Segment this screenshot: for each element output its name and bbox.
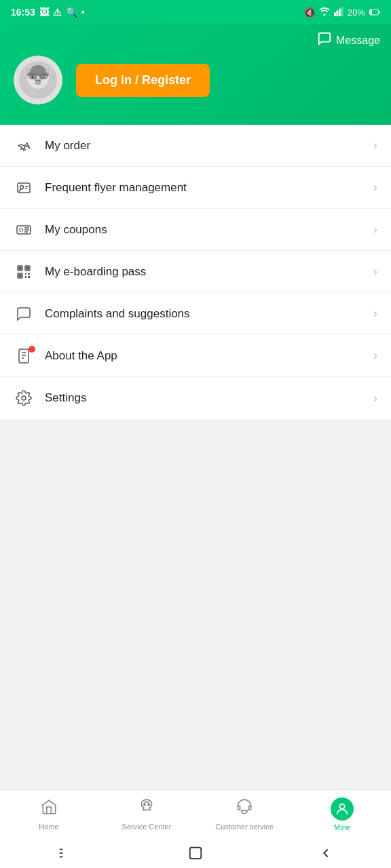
- message-label: Message: [336, 35, 380, 47]
- about-app-label: About the App: [45, 349, 373, 363]
- complaints-arrow: ›: [373, 307, 377, 321]
- svg-rect-37: [26, 267, 29, 269]
- status-mute-icon: 🔇: [304, 7, 315, 18]
- service-center-label: Service Center: [122, 823, 172, 831]
- svg-rect-1: [336, 10, 338, 16]
- chat-icon: [14, 304, 34, 324]
- complaints-label: Complaints and suggestions: [45, 307, 373, 321]
- svg-rect-39: [19, 349, 29, 363]
- login-register-button[interactable]: Log in / Register: [76, 64, 210, 97]
- boarding-pass-label: My e-boarding pass: [45, 265, 373, 279]
- svg-point-25: [20, 185, 24, 189]
- menu-item-frequent-flyer[interactable]: Frequent flyer management ›: [0, 167, 391, 209]
- svg-point-43: [22, 396, 26, 400]
- nav-item-service-center[interactable]: Service Center: [98, 790, 196, 838]
- svg-rect-38: [19, 275, 21, 277]
- message-icon: [317, 31, 332, 50]
- home-icon: [40, 798, 58, 820]
- qr-icon: [14, 262, 34, 282]
- status-image-icon: 🖼: [39, 7, 49, 18]
- gear-icon: [14, 388, 34, 408]
- status-left: 16:53 🖼 ⚠ 🔍 •: [11, 7, 85, 18]
- message-button[interactable]: Message: [317, 31, 380, 50]
- status-search-icon: 🔍: [66, 7, 77, 18]
- nav-item-mine[interactable]: Mine: [293, 790, 391, 838]
- status-dot-icon: •: [81, 7, 85, 18]
- status-battery: 20%: [348, 7, 365, 18]
- status-right: 🔇 20%: [304, 7, 380, 18]
- svg-point-18: [36, 80, 38, 82]
- svg-rect-0: [334, 12, 336, 16]
- my-coupons-label: My coupons: [45, 223, 373, 237]
- menu-item-complaints[interactable]: Complaints and suggestions ›: [0, 293, 391, 335]
- person-card-icon: [14, 178, 34, 198]
- plane-icon: [14, 136, 34, 156]
- header: Message: [0, 24, 391, 125]
- phone-info-icon: [14, 346, 34, 366]
- svg-point-45: [148, 804, 149, 805]
- svg-rect-5: [378, 11, 379, 14]
- svg-point-44: [144, 804, 145, 805]
- android-menu-button[interactable]: [52, 840, 79, 867]
- status-alert-icon: ⚠: [53, 7, 62, 18]
- svg-point-29: [20, 228, 23, 231]
- frequent-flyer-label: Frequent flyer management: [45, 181, 373, 195]
- avatar: [14, 56, 62, 104]
- status-signal-icon: [334, 7, 343, 18]
- menu-item-about-app[interactable]: About the App ›: [0, 335, 391, 377]
- menu-list: My order › Frequent flyer management › M…: [0, 125, 391, 419]
- frequent-flyer-arrow: ›: [373, 180, 377, 195]
- svg-rect-50: [190, 848, 202, 859]
- profile-section: Log in / Register: [14, 56, 377, 104]
- android-nav: [0, 838, 391, 868]
- android-back-button[interactable]: [312, 840, 339, 867]
- home-label: Home: [39, 823, 58, 831]
- my-coupons-arrow: ›: [373, 222, 377, 237]
- mine-label: Mine: [334, 823, 350, 831]
- nav-item-customer-service[interactable]: Customer service: [196, 790, 293, 838]
- menu-item-boarding-pass[interactable]: My e-boarding pass ›: [0, 251, 391, 293]
- my-order-label: My order: [45, 139, 373, 153]
- status-time: 16:53: [11, 7, 35, 18]
- mine-icon: [331, 797, 354, 821]
- settings-label: Settings: [45, 391, 373, 405]
- settings-arrow: ›: [373, 391, 377, 406]
- menu-item-my-coupons[interactable]: My coupons ›: [0, 209, 391, 251]
- menu-item-settings[interactable]: Settings ›: [0, 377, 391, 419]
- svg-rect-2: [339, 8, 341, 16]
- bottom-nav: Home Service Center Customer service Min…: [0, 789, 391, 838]
- content-spacer: [0, 419, 391, 650]
- nav-item-home[interactable]: Home: [0, 790, 98, 838]
- customer-service-label: Customer service: [215, 823, 274, 831]
- status-bar: 16:53 🖼 ⚠ 🔍 • 🔇 20%: [0, 0, 391, 24]
- boarding-pass-arrow: ›: [373, 264, 377, 279]
- svg-point-46: [339, 804, 344, 808]
- status-battery-icon: [369, 7, 380, 18]
- status-wifi-icon: [319, 7, 330, 18]
- svg-rect-3: [341, 7, 343, 16]
- svg-point-19: [39, 80, 41, 82]
- menu-item-my-order[interactable]: My order ›: [0, 125, 391, 167]
- my-order-arrow: ›: [373, 138, 377, 153]
- coupon-icon: [14, 220, 34, 240]
- svg-rect-6: [370, 9, 372, 14]
- notification-badge: [29, 346, 35, 353]
- android-home-button[interactable]: [182, 840, 209, 867]
- service-center-icon: [138, 798, 155, 820]
- headset-icon: [236, 798, 253, 820]
- svg-rect-36: [19, 267, 21, 269]
- about-app-arrow: ›: [373, 349, 377, 363]
